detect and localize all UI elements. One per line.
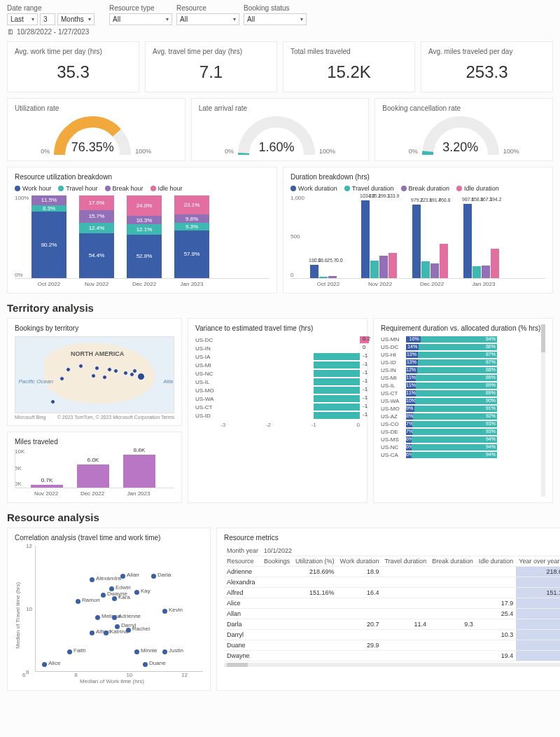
scatter-point[interactable] — [67, 649, 72, 654]
resource-type-select[interactable]: All▾ — [109, 13, 172, 25]
chevron-down-icon: ▾ — [88, 16, 91, 22]
date-relative-select[interactable]: Last▾ — [7, 13, 38, 25]
resource-select[interactable]: All▾ — [176, 13, 239, 25]
hbar-row: US-CO7%93% — [381, 421, 541, 427]
table-row[interactable]: Darryl10.31153.96% — [224, 630, 560, 640]
date-n-input[interactable]: 3 — [40, 13, 55, 25]
table-row[interactable]: Dwayne19.4284.45% — [224, 651, 560, 661]
chart-resource-util[interactable]: Resource utilization breakdown Work hour… — [7, 167, 277, 294]
table-row[interactable]: Alfred151.16%16.4151.16%166.17% — [224, 588, 560, 598]
scatter-point[interactable] — [101, 593, 106, 598]
bar-group: 979.2223.6191.7460.8 — [412, 205, 448, 278]
scrollbar-horizontal[interactable] — [224, 663, 560, 667]
table-header[interactable]: Year over year (%) — [516, 556, 560, 567]
legend-duration-bd: Work duration Travel duration Break dura… — [290, 185, 545, 192]
hbar-row: US-NC6%94% — [381, 444, 541, 450]
hbar-row: US-CT11%89% — [381, 390, 541, 397]
hbar-row: US-IN0 — [195, 345, 360, 352]
hbar-row: US-MO9%91% — [381, 406, 541, 412]
kpi-travel-time: Avg. travel time per day (hrs) 7.1 — [145, 41, 277, 92]
table-row[interactable]: Adrienne218.69%18.9218.69%116.38% — [224, 567, 560, 577]
scatter-point[interactable] — [90, 577, 94, 582]
hbar-row: US-WA10%90% — [381, 398, 541, 404]
scatter-point[interactable] — [120, 574, 125, 579]
scrollbar-vertical[interactable] — [541, 324, 545, 497]
date-unit-select[interactable]: Months▾ — [57, 13, 94, 25]
hbar-row: US-MI11%89% — [381, 375, 541, 381]
hbar-row: US-IL-1 — [195, 378, 360, 385]
chart-variance[interactable]: Variance to estimated travel time (hrs) … — [188, 318, 368, 503]
table-header[interactable]: Resource — [224, 556, 261, 567]
table-row[interactable]: Duane29.9185.66% — [224, 640, 560, 651]
booking-status-select[interactable]: All▾ — [244, 13, 307, 25]
scatter-point[interactable] — [112, 596, 117, 601]
chart-bookings-map[interactable]: Bookings by territory NORTH AMERICA Paci… — [7, 318, 182, 426]
section-resource-title: Resource analysis — [7, 511, 553, 523]
table-header[interactable]: Idle duration — [476, 556, 517, 567]
table-row[interactable]: Darla20.711.49.3157.19% — [224, 619, 560, 630]
hbar-row: US-ID13%87% — [381, 359, 541, 366]
hbar-row: US-DC0.2 — [195, 336, 360, 343]
legend-resource-util: Work hour Travel hour Break hour Idle ho… — [15, 185, 270, 192]
table-row[interactable]: Allan25.4183.65% — [224, 609, 560, 619]
table-row[interactable]: Alice17.9369.00% — [224, 598, 560, 609]
kpi-total-miles: Total miles traveled 15.2K — [283, 41, 415, 92]
hbar-row: US-MO-1 — [195, 387, 360, 394]
chevron-down-icon: ▾ — [31, 16, 34, 22]
bar-column: 80.2%8.3%11.5% — [31, 195, 66, 278]
kpi-miles-per-day: Avg. miles traveled per day 253.3 — [421, 41, 553, 92]
section-territory-title: Territory analysis — [7, 302, 553, 314]
hbar-row: US-HI13%87% — [381, 352, 541, 358]
chevron-down-icon: ▾ — [300, 16, 303, 22]
scatter-point[interactable] — [76, 599, 80, 604]
bar-group: 987.6158.8167.1394.2 — [463, 204, 499, 278]
filter-resource-type-label: Resource type — [109, 4, 172, 12]
hbar-row: US-AZ8%92% — [381, 413, 541, 420]
table-header[interactable]: Bookings — [261, 556, 293, 567]
filter-date-label: Date range — [7, 4, 105, 12]
chart-duration-bd[interactable]: Duration breakdown (hrs) Work duration T… — [283, 167, 553, 294]
hbar-row: US-IN12%88% — [381, 367, 541, 373]
filters-bar: Date range Last▾ 3 Months▾ Resource type… — [7, 4, 553, 25]
hbar-row: US-MN16%84% — [381, 336, 541, 343]
table-row[interactable]: Alexandra165.06% — [224, 577, 560, 588]
bar-column: 57.8%9.3%9.8%23.1% — [174, 195, 209, 278]
filter-booking-status-label: Booking status — [244, 4, 307, 12]
scatter-point[interactable] — [134, 649, 139, 654]
table-resource-metrics[interactable]: Resource metrics Month year 10/1/2022 11… — [216, 528, 560, 691]
chart-correlation[interactable]: Correlation analysis (travel time and wo… — [7, 528, 211, 691]
scatter-point[interactable] — [134, 590, 139, 595]
chart-miles-traveled[interactable]: Miles traveled 10K 5K 0K 0.7K6.0K8.6K No… — [7, 432, 182, 503]
table-header[interactable]: Break duration — [429, 556, 476, 567]
scatter-point[interactable] — [162, 609, 167, 614]
filter-resource-label: Resource — [176, 4, 239, 12]
bar-column: 54.4%12.4%15.7%17.6% — [79, 195, 114, 278]
hbar-row: US-WA-1 — [195, 395, 360, 402]
map-north-america[interactable]: NORTH AMERICA Pacific Ocean Atla — [15, 336, 174, 413]
scatter-point[interactable] — [109, 586, 114, 591]
scatter-point[interactable] — [162, 649, 167, 654]
scatter-point[interactable] — [126, 628, 131, 633]
chevron-down-icon: ▾ — [166, 16, 169, 22]
scatter-point[interactable] — [115, 624, 120, 629]
hbar-row: US-NC-1 — [195, 370, 360, 377]
hbar-row: US-IA-1 — [195, 353, 360, 360]
scatter-point[interactable] — [112, 615, 117, 620]
table-header[interactable]: Work duration — [337, 556, 382, 567]
gauge-cancellation: Booking cancellation rate 0% 3.20% 100% — [374, 98, 553, 161]
bar-group: 180.018.625.70.0 — [310, 265, 346, 278]
date-range-summary: 🗓 10/28/2022 - 1/27/2023 — [7, 28, 553, 36]
hbar-row: US-MS6%94% — [381, 436, 541, 443]
scatter-point[interactable] — [104, 631, 108, 635]
scatter-point[interactable] — [95, 615, 100, 620]
chart-req-vs-alloc[interactable]: Requirement duration vs. allocated durat… — [373, 318, 553, 503]
scatter-point[interactable] — [42, 662, 47, 667]
table-header[interactable]: Travel duration — [382, 556, 429, 567]
gauge-late-arrival: Late arrival rate 0% 1.60% 100% — [191, 98, 370, 161]
scatter-point[interactable] — [143, 662, 148, 667]
scatter-point[interactable] — [151, 574, 156, 579]
bar-column: 52.8%12.1%10.3%24.8% — [127, 195, 162, 278]
chevron-down-icon: ▾ — [233, 16, 236, 22]
scatter-point[interactable] — [90, 631, 94, 635]
table-header[interactable]: Utilization (%) — [293, 556, 337, 567]
